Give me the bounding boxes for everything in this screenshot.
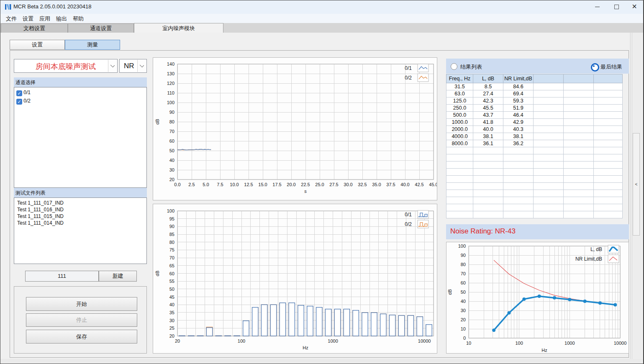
collapse-panel-button[interactable]: < — [633, 133, 640, 236]
nr-dropdown-icon[interactable] — [137, 60, 146, 72]
tab-0[interactable]: 文档设置 — [1, 23, 68, 33]
table-header-cell — [534, 74, 564, 83]
channel-item-0/2[interactable]: ✓ 0/2 — [14, 97, 146, 105]
table-row[interactable]: 1000.041.842.9 — [446, 119, 623, 126]
table-row[interactable]: 31.58.584.6 — [446, 83, 623, 90]
table-header-cell: NR Limit,dB — [503, 74, 534, 83]
table-header-cell: L, dB — [473, 74, 503, 83]
svg-text:20.0: 20.0 — [287, 182, 295, 187]
test-name-input[interactable]: 111 — [25, 271, 99, 282]
svg-text:70: 70 — [461, 271, 466, 276]
title-bar: MCR Beta 2.05.0.001 20230418 × — [0, 0, 644, 14]
menu-item-1[interactable]: 设置 — [20, 14, 36, 23]
start-button[interactable]: 开始 — [26, 297, 137, 311]
channel-item-0/1[interactable]: ✓ 0/1 — [14, 89, 146, 97]
svg-text:95: 95 — [169, 216, 174, 221]
checkbox-checked-icon[interactable]: ✓ — [16, 90, 22, 96]
svg-text:85: 85 — [169, 232, 174, 237]
result-mode-bar: 结果列表 最后结果 — [446, 59, 629, 74]
stop-button[interactable]: 停止 — [26, 313, 137, 327]
table-row[interactable]: 2000.040.040.3 — [446, 126, 623, 133]
table-header-cell: Freq., Hz — [446, 74, 473, 83]
save-button[interactable]: 保存 — [26, 330, 137, 343]
table-empty-row — [446, 147, 623, 154]
svg-text:100: 100 — [167, 100, 174, 105]
svg-text:75: 75 — [169, 247, 174, 252]
noise-rating-text: Noise Rating: NR-43 — [446, 224, 516, 236]
table-row[interactable]: 500.043.746.4 — [446, 112, 623, 119]
svg-text:NR Limit,dB: NR Limit,dB — [575, 256, 602, 262]
svg-text:80: 80 — [169, 119, 174, 124]
checkbox-checked-icon[interactable]: ✓ — [16, 99, 22, 105]
channel-list[interactable]: ✓ 0/1✓ 0/2 — [14, 87, 147, 188]
spectrum-chart: 2025303540455055606570758085909510020100… — [153, 204, 437, 354]
svg-text:0/1: 0/1 — [405, 65, 412, 71]
svg-text:20: 20 — [169, 333, 174, 338]
channel-section-header: 通道选择 — [14, 77, 147, 87]
app-icon — [5, 3, 13, 11]
subtab-0[interactable]: 设置 — [10, 40, 65, 50]
svg-text:5.0: 5.0 — [203, 182, 209, 187]
svg-text:10: 10 — [461, 326, 466, 331]
svg-text:Hz: Hz — [541, 348, 547, 353]
table-empty-row — [446, 190, 623, 197]
menu-item-3[interactable]: 输出 — [53, 14, 70, 23]
table-row[interactable]: 63.027.469.4 — [446, 90, 623, 97]
file-item-1[interactable]: Test 1_111_016_IND — [14, 206, 146, 213]
tab-1[interactable]: 通道设置 — [68, 23, 134, 33]
result-list-label: 结果列表 — [460, 63, 482, 71]
file-item-0[interactable]: Test 1_111_017_IND — [14, 200, 146, 206]
subtab-1[interactable]: 测量 — [65, 40, 120, 50]
table-row[interactable]: 250.045.551.9 — [446, 105, 623, 112]
file-item-2[interactable]: Test 1_111_015_IND — [14, 213, 146, 220]
tab-2[interactable]: 室内噪声模块 — [134, 23, 223, 33]
svg-text:70: 70 — [169, 255, 174, 260]
menu-bar: 文件设置应用输出帮助 — [0, 14, 644, 23]
svg-text:40: 40 — [169, 158, 174, 163]
test-type-dropdown-icon[interactable] — [108, 60, 117, 72]
table-empty-row — [446, 154, 623, 161]
svg-text:17.5: 17.5 — [272, 182, 281, 187]
svg-text:120: 120 — [167, 81, 174, 86]
svg-text:100: 100 — [515, 341, 523, 346]
svg-text:55: 55 — [169, 279, 174, 284]
svg-text:100: 100 — [238, 338, 245, 343]
file-item-3[interactable]: Test 1_111_014_IND — [14, 220, 146, 226]
svg-text:25.0: 25.0 — [315, 182, 324, 187]
svg-text:70: 70 — [169, 129, 174, 134]
files-section-header: 测试文件列表 — [14, 188, 147, 197]
maximize-button[interactable] — [607, 0, 626, 14]
close-button[interactable]: × — [625, 0, 644, 14]
test-file-list[interactable]: Test 1_111_017_INDTest 1_111_016_INDTest… — [14, 197, 147, 264]
svg-text:0/1: 0/1 — [405, 212, 412, 218]
new-button[interactable]: 新建 — [99, 271, 137, 282]
table-row[interactable]: 8000.036.136.2 — [446, 140, 623, 147]
svg-text:25: 25 — [169, 326, 174, 331]
svg-text:35.0: 35.0 — [372, 182, 381, 187]
nr-combobox[interactable]: NR — [119, 59, 147, 73]
table-row[interactable]: 125.042.359.3 — [446, 97, 623, 105]
table-header-row: Freq., HzL, dBNR Limit,dB — [446, 74, 623, 83]
last-result-radio[interactable] — [591, 63, 599, 72]
menu-item-0[interactable]: 文件 — [3, 14, 20, 23]
svg-text:10: 10 — [466, 341, 471, 346]
svg-text:90: 90 — [461, 253, 466, 258]
minimize-button[interactable] — [588, 0, 607, 14]
svg-text:L, dB: L, dB — [590, 246, 602, 252]
svg-text:30: 30 — [169, 167, 174, 172]
result-list-radio[interactable] — [451, 63, 457, 70]
menu-item-2[interactable]: 应用 — [36, 14, 53, 23]
svg-text:35: 35 — [169, 310, 174, 315]
svg-text:22.5: 22.5 — [301, 182, 310, 187]
window-bottom-strip — [0, 359, 644, 364]
svg-text:1000: 1000 — [564, 341, 575, 346]
menu-item-4[interactable]: 帮助 — [70, 14, 87, 23]
svg-text:37.5: 37.5 — [386, 182, 395, 187]
svg-text:80: 80 — [461, 262, 466, 267]
svg-text:42.5: 42.5 — [415, 182, 423, 187]
svg-text:10.0: 10.0 — [230, 182, 239, 187]
test-type-combobox[interactable]: 房间本底噪声测试 — [14, 59, 118, 73]
results-table[interactable]: Freq., HzL, dBNR Limit,dB31.58.584.663.0… — [446, 74, 623, 218]
svg-text:1000: 1000 — [328, 338, 338, 343]
table-row[interactable]: 4000.038.138.1 — [446, 133, 623, 140]
